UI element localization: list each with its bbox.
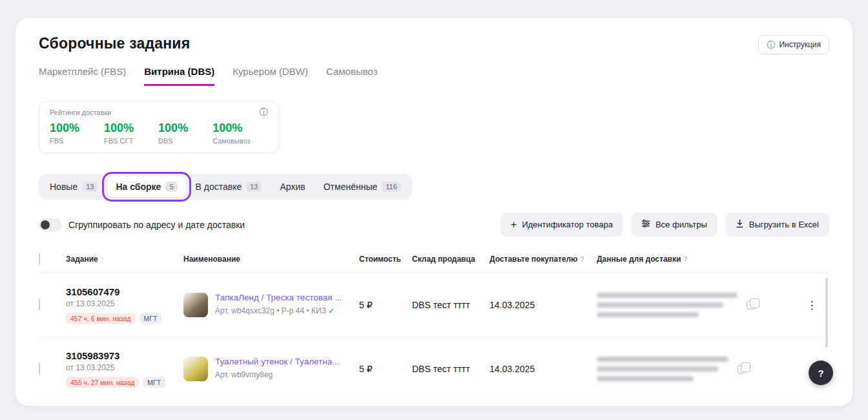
status-tab-count: 5 bbox=[165, 182, 177, 192]
blurred-delivery-data bbox=[597, 293, 738, 317]
rating-value: 100% bbox=[50, 121, 79, 135]
rating-value: 100% bbox=[158, 121, 188, 135]
status-tab-cancelled[interactable]: Отменённые 116 bbox=[315, 176, 409, 197]
status-tab-label: В доставке bbox=[196, 182, 242, 192]
product-image bbox=[183, 293, 208, 317]
header-product-label: Наименование bbox=[183, 255, 240, 264]
deliver-by-cell: 14.03.2025 bbox=[490, 364, 597, 374]
status-tab-assembling[interactable]: На сборке 5 bbox=[107, 176, 185, 197]
row-checkbox[interactable] bbox=[39, 362, 40, 375]
instruction-button[interactable]: ⓘ Инструкция bbox=[758, 35, 829, 54]
status-tab-archive[interactable]: Архив bbox=[271, 176, 313, 197]
download-icon bbox=[736, 219, 744, 230]
blurred-line bbox=[597, 366, 718, 372]
select-all-checkbox[interactable] bbox=[39, 253, 40, 265]
help-icon[interactable]: ? bbox=[580, 255, 584, 263]
blurred-line bbox=[597, 312, 699, 317]
product-info: Туалетный утенок / Туалетна... Арт. wb9v… bbox=[215, 357, 340, 379]
tab-courier-dbw[interactable]: Курьером (DBW) bbox=[232, 66, 308, 86]
status-tab-label: Архив bbox=[280, 182, 305, 192]
price-cell: 5 ₽ bbox=[359, 300, 412, 310]
rating-fbs-sgt: 100% FBS СГТ bbox=[104, 121, 134, 145]
product-meta: Арт. wb9vmy8eg bbox=[215, 370, 340, 379]
task-cell: 3105983973 от 13.03.2025 455 ч. 27 мин. … bbox=[66, 350, 183, 388]
ratings-items: 100% FBS 100% FBS СГТ 100% DBS 100% Само… bbox=[50, 121, 268, 145]
header-task-label: Задание bbox=[66, 255, 98, 264]
tab-marketplace-fbs[interactable]: Маркетплейс (FBS) bbox=[39, 66, 126, 86]
product-meta: Арт. wb4qsxc32g • Р-р 44 • КИЗ ✓ bbox=[215, 306, 342, 315]
product-link[interactable]: ТапкаЛенд / Треска тестовая ... bbox=[215, 293, 342, 304]
tab-samovyvoz[interactable]: Самовывоз bbox=[326, 66, 378, 86]
table-row: 3105607479 от 13.03.2025 457 ч. 6 мин. н… bbox=[39, 273, 829, 337]
copy-icon[interactable] bbox=[747, 301, 755, 310]
delivery-ratings-card: Рейтинги доставки ⓘ 100% FBS 100% FBS СГ… bbox=[39, 101, 279, 153]
header-price-label: Стоимость bbox=[359, 255, 401, 264]
header-price: Стоимость bbox=[359, 255, 412, 264]
product-identifier-button[interactable]: + Идентификатор товара bbox=[501, 213, 623, 236]
header-product: Наименование bbox=[183, 255, 359, 264]
rating-label: FBS bbox=[50, 137, 79, 145]
list-toolbar: Сгруппировать по адресу и дате доставки … bbox=[39, 213, 829, 236]
task-id: 3105607479 bbox=[66, 286, 183, 297]
status-tab-count: 13 bbox=[246, 182, 262, 192]
sort-icon[interactable]: ↑ bbox=[101, 255, 105, 263]
rating-value: 100% bbox=[212, 121, 250, 135]
deliver-by-cell: 14.03.2025 bbox=[490, 300, 597, 310]
product-info: ТапкаЛенд / Треска тестовая ... Арт. wb4… bbox=[215, 293, 342, 315]
task-date: от 13.03.2025 bbox=[66, 299, 183, 308]
help-icon[interactable]: ? bbox=[683, 255, 687, 263]
status-tab-in-delivery[interactable]: В доставке 13 bbox=[187, 176, 271, 197]
status-tab-label: Новые bbox=[50, 182, 78, 192]
header-deliver-by-label: Доставьте покупателю bbox=[490, 255, 577, 264]
task-date: от 13.03.2025 bbox=[66, 363, 183, 372]
tab-vitrina-dbs[interactable]: Витрина (DBS) bbox=[144, 66, 214, 86]
blurred-line bbox=[597, 293, 738, 298]
instruction-label: Инструкция bbox=[779, 40, 821, 49]
export-excel-label: Выгрузить в Excel bbox=[749, 220, 819, 229]
product-link[interactable]: Туалетный утенок / Туалетна... bbox=[215, 357, 340, 368]
product-cell: ТапкаЛенд / Треска тестовая ... Арт. wb4… bbox=[183, 293, 359, 317]
product-cell: Туалетный утенок / Туалетна... Арт. wb9v… bbox=[183, 357, 359, 381]
status-tab-count: 13 bbox=[82, 182, 98, 192]
warehouse-cell: DBS тест тттт bbox=[412, 364, 490, 374]
header-warehouse: Склад продавца bbox=[412, 255, 490, 264]
status-tab-label: Отменённые bbox=[324, 182, 378, 192]
blurred-line bbox=[597, 302, 723, 308]
status-tab-label: На сборке bbox=[116, 182, 161, 192]
group-by-address-toggle[interactable]: Сгруппировать по адресу и дате доставки bbox=[39, 218, 245, 231]
blurred-line bbox=[597, 357, 728, 362]
info-icon: ⓘ bbox=[767, 41, 775, 49]
task-badges: 457 ч. 6 мин. назад МГТ bbox=[66, 313, 183, 324]
copy-icon[interactable] bbox=[738, 365, 746, 373]
status-tab-new[interactable]: Новые 13 bbox=[41, 176, 106, 197]
row-checkbox[interactable] bbox=[39, 299, 40, 311]
all-filters-button[interactable]: Все фильтры bbox=[631, 213, 718, 236]
header-delivery-data: Данные для доставки ? bbox=[597, 255, 794, 264]
task-cell: 3105607479 от 13.03.2025 457 ч. 6 мин. н… bbox=[66, 286, 183, 324]
elapsed-badge: 455 ч. 27 мин. назад bbox=[66, 377, 139, 388]
price-cell: 5 ₽ bbox=[359, 364, 412, 374]
toggle-knob bbox=[41, 220, 50, 229]
page-title: Сборочные задания bbox=[39, 35, 190, 52]
ratings-title: Рейтинги доставки bbox=[50, 109, 111, 116]
header-task[interactable]: Задание ↑ bbox=[66, 255, 183, 264]
warehouse-cell: DBS тест тттт bbox=[412, 300, 490, 310]
tasks-table: Задание ↑ Наименование Стоимость Склад п… bbox=[39, 248, 829, 401]
header-deliver-by: Доставьте покупателю ? bbox=[490, 255, 597, 264]
scrollbar-thumb[interactable] bbox=[825, 278, 828, 348]
product-meta-text: Арт. wb9vmy8eg bbox=[215, 370, 273, 379]
help-button[interactable]: ? bbox=[809, 361, 833, 385]
ratings-info-icon[interactable]: ⓘ bbox=[260, 108, 268, 116]
kiz-check-icon: ✓ bbox=[328, 306, 335, 315]
rating-value: 100% bbox=[104, 121, 134, 135]
export-excel-button[interactable]: Выгрузить в Excel bbox=[725, 213, 829, 236]
row-menu-icon[interactable]: ⋮ bbox=[794, 297, 829, 313]
status-tabs: Новые 13 На сборке 5 В доставке 13 Архив… bbox=[39, 174, 412, 200]
toggle-switch[interactable] bbox=[39, 218, 62, 231]
blurred-line bbox=[597, 376, 694, 381]
ratings-header: Рейтинги доставки ⓘ bbox=[50, 108, 268, 116]
elapsed-badge: 457 ч. 6 мин. назад bbox=[66, 313, 136, 324]
rating-label: FBS СГТ bbox=[104, 137, 134, 145]
blurred-delivery-data bbox=[597, 357, 728, 381]
all-filters-label: Все фильтры bbox=[656, 220, 707, 229]
